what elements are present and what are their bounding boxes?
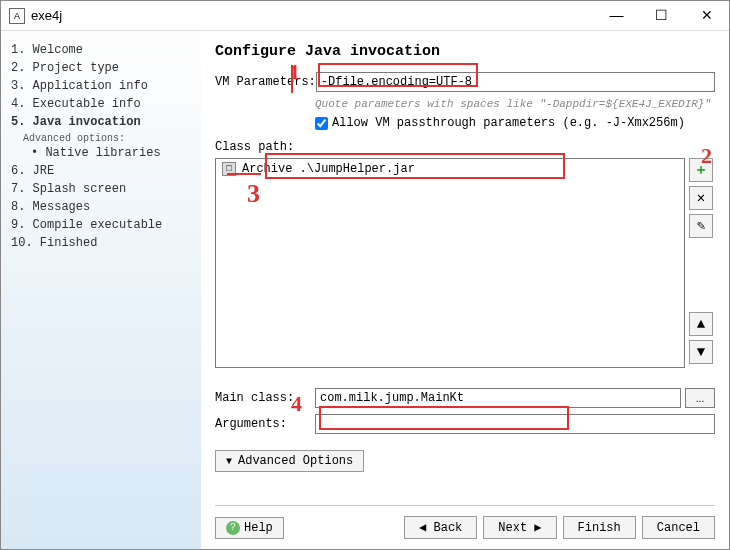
chevron-down-icon: ▼: [226, 456, 232, 467]
back-button[interactable]: ◀ Back: [404, 516, 477, 539]
sidebar-advanced-label: Advanced options:: [11, 133, 201, 144]
classpath-label: Class path:: [215, 140, 715, 154]
arguments-input[interactable]: [315, 414, 715, 434]
minimize-button[interactable]: —: [594, 1, 639, 30]
finish-button[interactable]: Finish: [563, 516, 636, 539]
sidebar-step-splash[interactable]: 7. Splash screen: [11, 180, 201, 198]
sidebar-step-java-invocation[interactable]: 5. Java invocation: [11, 113, 201, 131]
sidebar-native-libraries[interactable]: • Native libraries: [11, 144, 201, 162]
sidebar-step-welcome[interactable]: 1. Welcome: [11, 41, 201, 59]
classpath-down-button[interactable]: ▼: [689, 340, 713, 364]
help-button[interactable]: ? Help: [215, 517, 284, 539]
sidebar-step-project-type[interactable]: 2. Project type: [11, 59, 201, 77]
main-class-browse-button[interactable]: ...: [685, 388, 715, 408]
window-title: exe4j: [31, 8, 594, 23]
vm-parameters-hint: Quote parameters with spaces like "-Dapp…: [315, 98, 715, 110]
classpath-item-text: Archive .\JumpHelper.jar: [242, 162, 415, 176]
page-title: Configure Java invocation: [215, 43, 715, 60]
window-root: A exe4j — ☐ ✕ 1. Welcome 2. Project type…: [0, 0, 730, 550]
sidebar-step-executable-info[interactable]: 4. Executable info: [11, 95, 201, 113]
advanced-options-button[interactable]: ▼ Advanced Options: [215, 450, 364, 472]
sidebar-step-jre[interactable]: 6. JRE: [11, 162, 201, 180]
classpath-item[interactable]: □ Archive .\JumpHelper.jar: [216, 159, 684, 179]
next-button[interactable]: Next ▶: [483, 516, 556, 539]
classpath-add-button[interactable]: ＋: [689, 158, 713, 182]
titlebar: A exe4j — ☐ ✕: [1, 1, 729, 31]
main-panel: Configure Java invocation VM Parameters:…: [201, 31, 729, 549]
app-icon: A: [9, 8, 25, 24]
sidebar-step-finished[interactable]: 10. Finished: [11, 234, 201, 252]
vm-parameters-label: VM Parameters:: [215, 75, 316, 89]
passthrough-label: Allow VM passthrough parameters (e.g. -J…: [332, 116, 685, 130]
classpath-edit-button[interactable]: ✎: [689, 214, 713, 238]
sidebar-step-messages[interactable]: 8. Messages: [11, 198, 201, 216]
arguments-label: Arguments:: [215, 417, 315, 431]
archive-icon: □: [222, 162, 236, 176]
main-class-label: Main class:: [215, 391, 315, 405]
classpath-remove-button[interactable]: ✕: [689, 186, 713, 210]
sidebar: 1. Welcome 2. Project type 3. Applicatio…: [1, 31, 201, 549]
close-button[interactable]: ✕: [684, 1, 729, 30]
vm-parameters-input[interactable]: [316, 72, 715, 92]
cancel-button[interactable]: Cancel: [642, 516, 715, 539]
passthrough-checkbox[interactable]: [315, 117, 328, 130]
maximize-button[interactable]: ☐: [639, 1, 684, 30]
sidebar-step-compile[interactable]: 9. Compile executable: [11, 216, 201, 234]
main-class-input[interactable]: [315, 388, 681, 408]
classpath-list[interactable]: □ Archive .\JumpHelper.jar: [215, 158, 685, 368]
sidebar-step-application-info[interactable]: 3. Application info: [11, 77, 201, 95]
help-icon: ?: [226, 521, 240, 535]
classpath-up-button[interactable]: ▲: [689, 312, 713, 336]
